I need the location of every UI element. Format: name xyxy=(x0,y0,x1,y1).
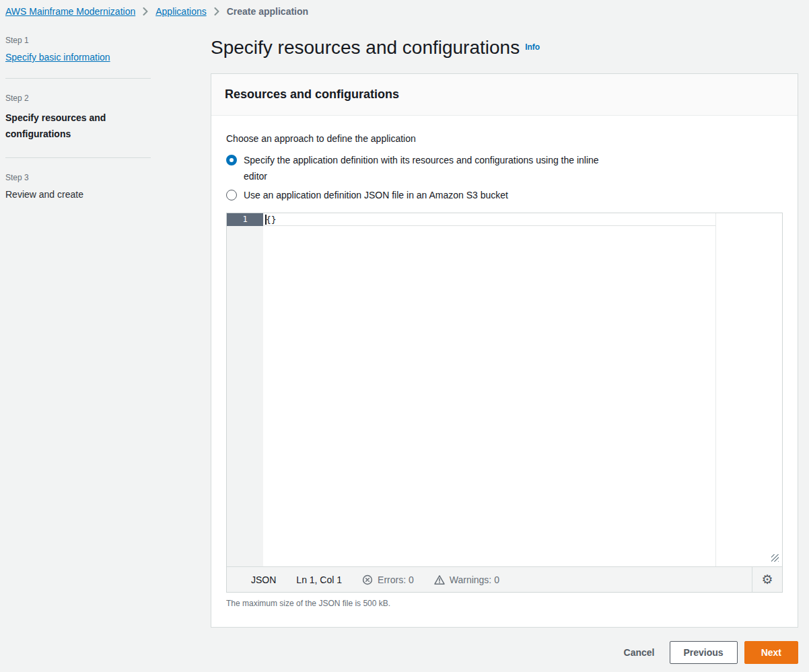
editor-resize-handle[interactable] xyxy=(771,554,779,562)
main-content: Specify resources and configurationsInfo… xyxy=(211,36,798,672)
gear-icon: ⚙ xyxy=(761,573,773,586)
editor-gutter: 1 xyxy=(227,213,263,566)
cancel-button[interactable]: Cancel xyxy=(616,642,663,663)
breadcrumb-link-applications[interactable]: Applications xyxy=(155,6,207,17)
panel-header: Resources and configurations xyxy=(211,74,798,116)
wizard-steps-nav: Step 1 Specify basic information Step 2 … xyxy=(5,36,151,200)
step-1-link[interactable]: Specify basic information xyxy=(5,52,110,63)
approach-label: Choose an approach to define the applica… xyxy=(226,133,783,144)
page-layout: Step 1 Specify basic information Step 2 … xyxy=(0,36,809,672)
step-1-number-label: Step 1 xyxy=(5,36,151,45)
step-3-title: Review and create xyxy=(5,189,151,200)
wizard-step-2: Step 2 Specify resources and configurati… xyxy=(5,94,151,142)
cursor-position-label: Ln 1, Col 1 xyxy=(296,574,342,585)
previous-button[interactable]: Previous xyxy=(670,641,738,664)
radio-unselected-icon[interactable] xyxy=(226,190,237,200)
step-2-title-current: Specify resources and configurations xyxy=(5,110,151,142)
editor-status-items: JSON Ln 1, Col 1 Errors: 0 xyxy=(227,567,752,592)
divider xyxy=(5,157,151,158)
page-title: Specify resources and configurationsInfo xyxy=(211,37,798,59)
print-margin-line xyxy=(715,213,716,566)
chevron-right-icon xyxy=(214,7,219,15)
wizard-step-1: Step 1 Specify basic information xyxy=(5,36,151,63)
step-2-number-label: Step 2 xyxy=(5,94,151,103)
radio-option-s3-json-file[interactable]: Use an application definition JSON file … xyxy=(226,187,783,203)
text-caret xyxy=(265,215,267,225)
panel-title: Resources and configurations xyxy=(225,87,784,102)
editor-settings-button[interactable]: ⚙ xyxy=(752,567,782,592)
info-link[interactable]: Info xyxy=(525,42,540,52)
divider xyxy=(5,78,151,79)
errors-status: Errors: 0 xyxy=(362,574,414,585)
panel-body: Choose an approach to define the applica… xyxy=(211,116,798,627)
error-icon xyxy=(362,574,373,585)
editor-code-area[interactable]: 1 {} xyxy=(227,213,782,566)
breadcrumb-current-page: Create application xyxy=(227,6,308,17)
errors-count-label: Errors: 0 xyxy=(378,574,414,585)
editor-text-surface[interactable]: {} xyxy=(263,213,782,566)
editor-language-label: JSON xyxy=(251,574,276,585)
next-button[interactable]: Next xyxy=(744,641,798,664)
warning-icon xyxy=(434,574,445,585)
warnings-status: Warnings: 0 xyxy=(434,574,499,585)
radio-selected-icon[interactable] xyxy=(226,155,237,165)
active-line-highlight xyxy=(263,213,716,226)
radio-option-s3-json-file-label: Use an application definition JSON file … xyxy=(244,187,508,203)
active-line-number: 1 xyxy=(227,213,263,226)
wizard-step-3: Step 3 Review and create xyxy=(5,173,151,200)
page-title-text: Specify resources and configurations xyxy=(211,37,520,58)
breadcrumb: AWS Mainframe Modernization Applications… xyxy=(0,0,809,22)
editor-helper-text: The maximum size of the JSON file is 500… xyxy=(226,599,783,608)
editor-status-bar: JSON Ln 1, Col 1 Errors: 0 xyxy=(227,566,782,592)
chevron-right-icon xyxy=(143,7,148,15)
step-3-number-label: Step 3 xyxy=(5,173,151,182)
radio-option-inline-editor[interactable]: Specify the application definition with … xyxy=(226,152,783,184)
json-code-editor: 1 {} JSON Ln 1, Col 1 xyxy=(226,213,783,593)
warnings-count-label: Warnings: 0 xyxy=(450,574,499,585)
radio-option-inline-editor-label: Specify the application definition with … xyxy=(244,152,625,184)
wizard-actions: Cancel Previous Next xyxy=(211,641,798,664)
resources-configurations-panel: Resources and configurations Choose an a… xyxy=(211,73,798,628)
breadcrumb-link-aws-mainframe-modernization[interactable]: AWS Mainframe Modernization xyxy=(5,6,135,17)
